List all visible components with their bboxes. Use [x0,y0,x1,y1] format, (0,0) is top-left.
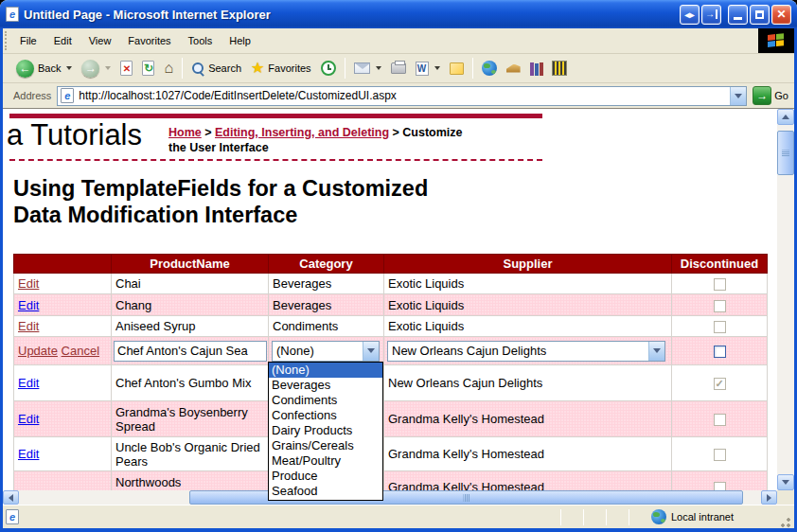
mail-button[interactable] [349,61,386,76]
breadcrumb-section-link[interactable]: Editing, Inserting, and Deleting [215,126,389,139]
title-bar[interactable]: e Untitled Page - Microsoft Internet Exp… [0,0,797,28]
breadcrumb: Home > Editing, Inserting, and Deleting … [168,125,549,155]
favorites-button[interactable]: ★ Favorites [246,59,316,78]
discontinued-checkbox-checked: ✓ [714,378,726,390]
minimize-button[interactable] [728,5,748,25]
back-button[interactable]: ← Back [11,58,77,80]
scroll-up-button[interactable] [777,109,794,125]
detach-window-button[interactable]: → [701,5,721,25]
menu-view[interactable]: View [80,28,120,53]
edit-link[interactable]: Edit [18,298,39,312]
menu-tools[interactable]: Tools [180,28,221,53]
dropdown-option[interactable]: Dairy Products [269,423,382,438]
dropdown-option[interactable]: Confections [269,408,382,423]
table-row: Edit Northwoods Grandma Kelly's Homestea… [14,471,768,491]
menu-favorites[interactable]: Favorites [119,28,179,53]
table-row: Edit Uncle Bob's Organic Dried Pears Gra… [14,437,768,471]
word-icon: W [416,62,429,76]
resize-grip[interactable] [778,515,791,528]
research-addon-button[interactable] [477,59,502,78]
product-cell: Uncle Bob's Organic Dried Pears [112,437,269,471]
menubar-grip[interactable] [5,31,9,50]
status-bar: e Local intranet [3,505,794,528]
table-row: Edit Chef Anton's Gumbo Mix New Orleans … [14,365,768,401]
header-supplier: Supplier [384,255,672,274]
cancel-link[interactable]: Cancel [62,344,99,358]
discontinued-checkbox [714,414,726,426]
dropdown-option[interactable]: Produce [269,469,382,484]
table-row: Edit Chang Beverages Exotic Liquids [14,294,768,316]
scroll-left-button[interactable] [3,490,19,505]
product-name-input[interactable] [114,341,267,362]
horizontal-scroll-track[interactable] [19,490,761,505]
dropdown-option[interactable]: Grains/Cereals [269,438,382,453]
edit-link[interactable]: Edit [18,376,39,390]
discuss-button[interactable] [445,61,469,77]
supplier-cell: Grandma Kelly's Homestead [384,437,672,471]
dropdown-option-selected[interactable]: (None) [269,363,382,378]
maximize-button[interactable] [750,5,770,25]
menu-file[interactable]: File [11,28,45,53]
product-cell: Chai [112,274,269,294]
site-brand: a Tutorials [7,118,142,152]
dropdown-option[interactable]: Seafood [269,484,382,499]
edit-with-word-button[interactable]: W [411,60,445,78]
vertical-scroll-thumb[interactable] [777,131,794,175]
addon-button-3[interactable] [525,60,548,78]
search-button[interactable]: Search [186,60,246,77]
breadcrumb-separator: > [393,126,399,139]
history-button[interactable] [316,59,341,78]
statusbar-divider [583,509,584,525]
supplier-dropdown[interactable]: New Orleans Cajun Delights [387,341,665,362]
mail-dropdown-icon[interactable] [376,66,381,70]
back-dropdown-icon[interactable] [66,66,72,70]
supplier-cell: Grandma Kelly's Homestead [384,401,672,437]
forward-button[interactable]: → [77,58,115,80]
address-combo[interactable]: e http://localhost:1027/Code/EditInsertD… [57,86,747,106]
dropdown-button[interactable] [648,342,664,361]
product-cell: Aniseed Syrup [112,316,269,337]
print-button[interactable] [386,61,411,76]
discontinued-checkbox[interactable] [714,346,726,358]
home-icon: ⌂ [164,62,173,75]
update-link[interactable]: Update [18,344,58,358]
category-dropdown[interactable]: (None) [272,341,380,362]
home-button[interactable]: ⌂ [159,60,178,77]
discontinued-checkbox [714,278,726,291]
scroll-down-button[interactable] [777,474,794,490]
grid-header-row: ProductName Category Supplier Discontinu… [14,255,768,274]
dropdown-option[interactable]: Meat/Poultry [269,453,382,469]
standard-toolbar: ← Back → ✕ ↻ ⌂ Search ★ [3,54,794,83]
dropdown-option[interactable]: Beverages [269,378,382,393]
discontinued-checkbox [714,300,726,312]
addon-button-2[interactable] [502,62,525,75]
menu-help[interactable]: Help [221,28,259,53]
chevron-down-icon [653,348,661,353]
dropdown-option[interactable]: Condiments [269,393,382,408]
edit-link[interactable]: Edit [18,447,39,461]
horizontal-scrollbar[interactable] [3,490,777,505]
stop-button[interactable]: ✕ [115,59,137,78]
messenger-addon-button[interactable] [548,60,571,77]
dropdown-button[interactable] [363,342,379,361]
edit-link[interactable]: Edit [18,276,39,291]
vertical-scrollbar[interactable] [777,109,794,490]
switch-window-button[interactable]: ◂▸ [680,5,700,25]
breadcrumb-home-link[interactable]: Home [168,126,202,139]
discontinued-checkbox [714,321,726,333]
go-label[interactable]: Go [774,90,788,101]
address-dropdown-button[interactable] [730,87,746,105]
category-dropdown-list: (None) Beverages Condiments Confections … [268,362,383,501]
edit-link[interactable]: Edit [18,319,39,333]
close-button[interactable]: ✕ [771,5,791,25]
scroll-right-button[interactable] [761,490,777,505]
edit-dropdown-icon[interactable] [434,66,440,70]
menu-edit[interactable]: Edit [45,28,80,53]
chevron-up-icon [782,115,789,119]
address-url[interactable]: http://localhost:1027/Code/EditInsertDel… [79,89,730,102]
window-title: Untitled Page - Microsoft Internet Explo… [24,8,680,22]
vertical-scroll-track[interactable] [777,125,794,474]
edit-link[interactable]: Edit [18,412,39,426]
go-button[interactable]: → [753,86,771,105]
refresh-button[interactable]: ↻ [137,59,159,78]
